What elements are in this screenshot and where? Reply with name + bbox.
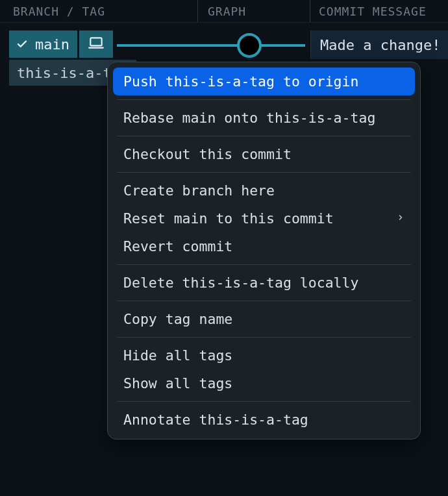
menu-separator <box>117 264 411 265</box>
local-indicator[interactable] <box>79 31 113 58</box>
context-menu: Push this-is-a-tag to originRebase main … <box>107 62 421 440</box>
menu-item-label: Delete this-is-a-tag locally <box>123 275 358 291</box>
menu-item-label: Checkout this commit <box>123 146 292 162</box>
menu-item[interactable]: Copy tag name <box>113 305 415 333</box>
menu-item[interactable]: Revert commit <box>113 232 415 260</box>
branch-name: main <box>35 36 69 53</box>
menu-item-label: Revert commit <box>123 238 232 254</box>
menu-separator <box>117 136 411 136</box>
menu-item-label: Create branch here <box>123 182 275 199</box>
menu-item-label: Rebase main onto this-is-a-tag <box>123 110 375 126</box>
menu-item-label: Show all tags <box>123 375 232 391</box>
commit-message-cell[interactable]: Made a change! <box>310 31 448 59</box>
chevron-right-icon <box>397 212 404 225</box>
menu-item-label: Hide all tags <box>123 347 232 364</box>
menu-separator <box>117 401 411 402</box>
menu-item-label: Annotate this-is-a-tag <box>123 412 308 428</box>
column-header-branch[interactable]: BRANCH / TAG <box>0 0 198 22</box>
menu-item[interactable]: Checkout this commit <box>113 140 415 168</box>
menu-item[interactable]: Create branch here <box>113 177 415 205</box>
menu-item[interactable]: Push this-is-a-tag to origin <box>113 68 415 95</box>
graph-edge <box>117 44 305 47</box>
column-header-message[interactable]: COMMIT MESSAGE <box>310 0 448 22</box>
menu-item[interactable]: Hide all tags <box>113 341 415 369</box>
column-header-row: BRANCH / TAG GRAPH COMMIT MESSAGE <box>0 0 448 23</box>
menu-item[interactable]: Delete this-is-a-tag locally <box>113 269 415 297</box>
branch-badge[interactable]: main <box>9 31 77 58</box>
menu-item[interactable]: Rebase main onto this-is-a-tag <box>113 104 415 132</box>
menu-separator <box>117 301 411 301</box>
menu-item[interactable]: Reset main to this commit <box>113 205 415 232</box>
check-icon <box>16 38 29 51</box>
svg-rect-0 <box>90 38 101 45</box>
menu-item-label: Push this-is-a-tag to origin <box>123 73 358 90</box>
menu-separator <box>117 337 411 338</box>
menu-separator <box>117 99 411 100</box>
menu-item[interactable]: Annotate this-is-a-tag <box>113 406 415 434</box>
commit-message-text: Made a change! <box>320 37 440 53</box>
menu-separator <box>117 172 411 173</box>
menu-item-label: Copy tag name <box>123 311 232 327</box>
column-header-graph[interactable]: GRAPH <box>198 0 310 22</box>
menu-item[interactable]: Show all tags <box>113 369 415 397</box>
menu-item-label: Reset main to this commit <box>123 210 334 227</box>
laptop-icon <box>88 34 105 54</box>
graph-node[interactable] <box>237 33 262 58</box>
